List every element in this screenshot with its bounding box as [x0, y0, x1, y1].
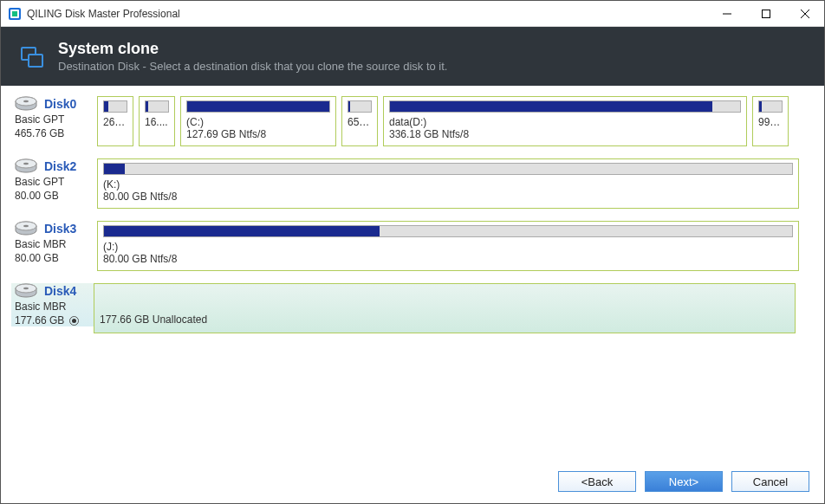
- usage-bar: [186, 100, 330, 113]
- page-subtitle: Destination Disk - Select a destination …: [58, 60, 447, 73]
- disk-list: Disk0Basic GPT465.76 GB260...16....(C:)1…: [1, 86, 824, 458]
- page-title: System clone: [58, 40, 447, 58]
- disk-size: 80.00 GB: [15, 190, 59, 202]
- partition[interactable]: 260...: [97, 96, 133, 146]
- partition-area: 260...16....(C:)127.69 GB Ntfs/8653...da…: [97, 96, 810, 146]
- partition-desc: 336.18 GB Ntfs/8: [389, 128, 741, 140]
- window-controls: [707, 1, 824, 26]
- partition[interactable]: 177.66 GB Unallocated: [94, 283, 796, 333]
- partition-desc: 80.00 GB Ntfs/8: [103, 253, 793, 265]
- svg-rect-8: [29, 55, 42, 67]
- partition[interactable]: (J:)80.00 GB Ntfs/8: [97, 221, 799, 271]
- disk-size: 80.00 GB: [15, 252, 59, 264]
- partition-desc: 260...: [103, 116, 127, 128]
- window-title: QILING Disk Master Professional: [27, 8, 707, 20]
- svg-rect-2: [12, 11, 17, 16]
- disk-row[interactable]: Disk2Basic GPT80.00 GB(K:)80.00 GB Ntfs/…: [15, 158, 810, 209]
- disk-name: Disk3: [44, 222, 76, 236]
- disk-name: Disk0: [44, 97, 76, 111]
- disk-icon: [15, 283, 37, 299]
- disk-icon: [15, 158, 37, 174]
- partition-label: (C:): [186, 116, 330, 128]
- usage-bar: [758, 100, 783, 113]
- svg-point-11: [23, 100, 29, 102]
- usage-bar: [348, 100, 372, 113]
- clone-icon: [18, 42, 46, 70]
- partition-area: (J:)80.00 GB Ntfs/8: [97, 221, 810, 271]
- partition-desc: 80.00 GB Ntfs/8: [103, 191, 793, 203]
- usage-bar: [103, 225, 793, 237]
- app-logo-icon: [8, 7, 22, 21]
- partition[interactable]: data(D:)336.18 GB Ntfs/8: [383, 96, 747, 146]
- partition-label: data(D:): [389, 116, 741, 128]
- disk-type: Basic MBR: [15, 238, 97, 250]
- next-button[interactable]: Next>: [645, 471, 723, 492]
- disk-name: Disk4: [44, 284, 76, 298]
- disk-info: Disk2Basic GPT80.00 GB: [15, 158, 97, 202]
- disk-info: Disk0Basic GPT465.76 GB: [15, 96, 97, 139]
- partition[interactable]: 653...: [341, 96, 378, 146]
- partition-desc: 177.66 GB Unallocated: [100, 313, 789, 326]
- partition-area: 177.66 GB Unallocated: [94, 283, 810, 333]
- disk-row[interactable]: Disk3Basic MBR80.00 GB(J:)80.00 GB Ntfs/…: [15, 221, 810, 271]
- usage-bar: [103, 100, 127, 113]
- disk-size: 177.66 GB: [15, 314, 64, 326]
- disk-info: Disk4Basic MBR177.66 GB: [11, 283, 94, 326]
- disk-row[interactable]: Disk4Basic MBR177.66 GB177.66 GB Unalloc…: [15, 283, 810, 333]
- usage-bar: [389, 100, 741, 113]
- partition-desc: 16....: [145, 116, 169, 128]
- disk-name: Disk2: [44, 159, 76, 173]
- partition-desc: 653...: [348, 116, 372, 128]
- partition-label: (K:): [103, 178, 793, 191]
- close-button[interactable]: [785, 1, 824, 26]
- usage-bar: [145, 100, 169, 113]
- svg-rect-4: [762, 10, 770, 17]
- titlebar: QILING Disk Master Professional: [1, 1, 824, 27]
- partition[interactable]: 16....: [139, 96, 175, 146]
- partition[interactable]: (K:)80.00 GB Ntfs/8: [97, 158, 799, 209]
- svg-point-14: [23, 163, 29, 165]
- disk-info: Disk3Basic MBR80.00 GB: [15, 221, 97, 264]
- partition[interactable]: (C:)127.69 GB Ntfs/8: [180, 96, 336, 146]
- disk-type: Basic GPT: [15, 113, 97, 126]
- disk-icon: [15, 96, 37, 112]
- minimize-button[interactable]: [707, 1, 746, 26]
- back-button[interactable]: <Back: [558, 471, 636, 492]
- disk-size: 465.76 GB: [15, 127, 64, 139]
- maximize-button[interactable]: [746, 1, 785, 26]
- partition[interactable]: 995...: [752, 96, 789, 146]
- selected-radio-icon: [69, 316, 79, 326]
- partition-label: (J:): [103, 241, 793, 253]
- svg-point-17: [23, 225, 29, 227]
- disk-row[interactable]: Disk0Basic GPT465.76 GB260...16....(C:)1…: [15, 96, 810, 146]
- disk-type: Basic MBR: [15, 300, 94, 313]
- page-header: System clone Destination Disk - Select a…: [1, 27, 824, 86]
- partition-desc: 127.69 GB Ntfs/8: [186, 128, 330, 140]
- svg-point-20: [23, 288, 29, 289]
- partition-desc: 995...: [758, 116, 783, 128]
- usage-bar: [103, 163, 793, 175]
- disk-type: Basic GPT: [15, 176, 97, 188]
- partition-area: (K:)80.00 GB Ntfs/8: [97, 158, 810, 209]
- cancel-button[interactable]: Cancel: [731, 471, 809, 492]
- footer-buttons: <Back Next> Cancel: [558, 471, 809, 492]
- disk-icon: [15, 221, 37, 236]
